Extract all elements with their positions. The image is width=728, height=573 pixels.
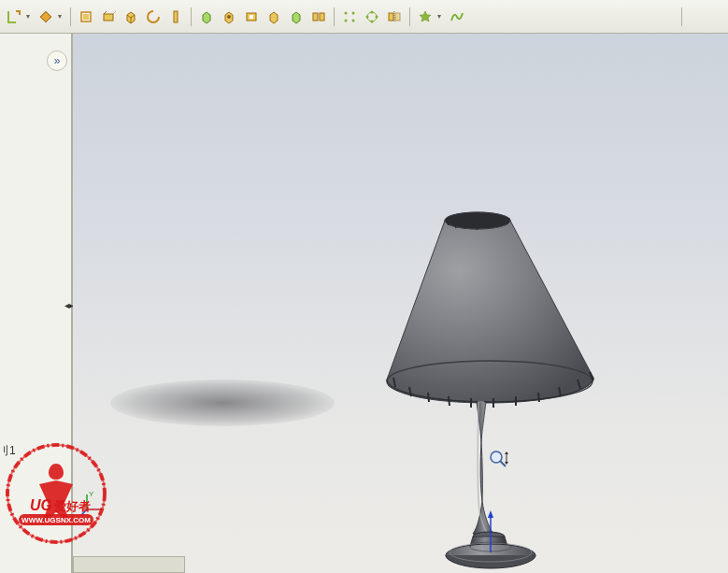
toolbar-separator <box>191 7 192 26</box>
3d-viewport[interactable] <box>73 34 728 573</box>
svg-rect-9 <box>250 15 253 19</box>
chamfer-icon[interactable] <box>286 7 307 27</box>
toolbar-separator <box>681 7 682 26</box>
sketch-icon[interactable] <box>4 7 24 27</box>
extrude-boss-icon[interactable] <box>196 7 217 27</box>
mirror-icon[interactable] <box>384 7 405 27</box>
svg-line-30 <box>488 222 489 229</box>
svg-line-5 <box>113 11 116 14</box>
extrude-icon[interactable] <box>36 7 56 27</box>
svg-line-37 <box>449 396 450 406</box>
svg-rect-2 <box>83 14 89 20</box>
dropdown-1-icon[interactable]: ▾ <box>26 12 34 21</box>
zoom-cursor-icon <box>488 449 510 471</box>
svg-point-14 <box>345 19 348 21</box>
svg-line-36 <box>428 393 429 402</box>
svg-rect-23 <box>395 13 400 21</box>
circular-pattern-icon[interactable] <box>362 7 382 27</box>
svg-line-28 <box>464 222 465 229</box>
linear-pattern-icon[interactable] <box>339 7 360 27</box>
watermark-brand-suffix: 爱好者 <box>53 499 91 513</box>
toolbar-separator <box>70 7 71 26</box>
svg-rect-3 <box>104 14 113 21</box>
fillet-icon[interactable] <box>264 7 284 27</box>
svg-point-15 <box>352 19 355 21</box>
svg-rect-0 <box>40 11 50 21</box>
insert-icon[interactable] <box>76 7 96 27</box>
model-shadow <box>110 380 335 426</box>
hole-icon[interactable] <box>219 7 239 27</box>
svg-rect-10 <box>313 13 318 21</box>
svg-point-20 <box>366 15 369 18</box>
sweep-icon[interactable] <box>165 7 186 27</box>
dropdown-3-icon[interactable]: ▾ <box>437 12 445 21</box>
cut-icon[interactable] <box>241 7 262 27</box>
dropdown-2-icon[interactable]: ▾ <box>58 12 65 21</box>
toolbar-separator <box>409 7 410 26</box>
toolbar-separator <box>334 7 335 26</box>
pattern-icon[interactable] <box>308 7 329 27</box>
watermark-brand-prefix: UG <box>30 497 52 513</box>
main-toolbar: ▾ ▾ <box>0 0 728 34</box>
surface-icon[interactable] <box>98 7 119 27</box>
watermark-url: WWW.UGSNX.COM <box>21 516 91 524</box>
svg-point-19 <box>371 20 374 22</box>
lamp-model[interactable] <box>325 174 624 566</box>
svg-point-17 <box>371 10 374 13</box>
status-bar <box>73 556 185 573</box>
svg-point-12 <box>345 11 348 14</box>
svg-point-18 <box>376 15 378 18</box>
collapse-panel-button[interactable]: » <box>47 50 67 71</box>
svg-rect-21 <box>389 13 393 21</box>
svg-point-7 <box>227 15 231 19</box>
svg-line-51 <box>500 461 506 466</box>
svg-rect-6 <box>174 11 178 22</box>
cube-icon[interactable] <box>121 7 141 27</box>
watermark-stamp: UG 爱好者 WWW.UGSNX.COM <box>0 437 112 550</box>
svg-line-41 <box>538 393 539 402</box>
svg-rect-11 <box>320 13 324 21</box>
reference-icon[interactable] <box>415 7 435 27</box>
revolve-icon[interactable] <box>143 7 164 27</box>
curves-icon[interactable] <box>447 7 467 27</box>
svg-point-13 <box>352 11 355 14</box>
